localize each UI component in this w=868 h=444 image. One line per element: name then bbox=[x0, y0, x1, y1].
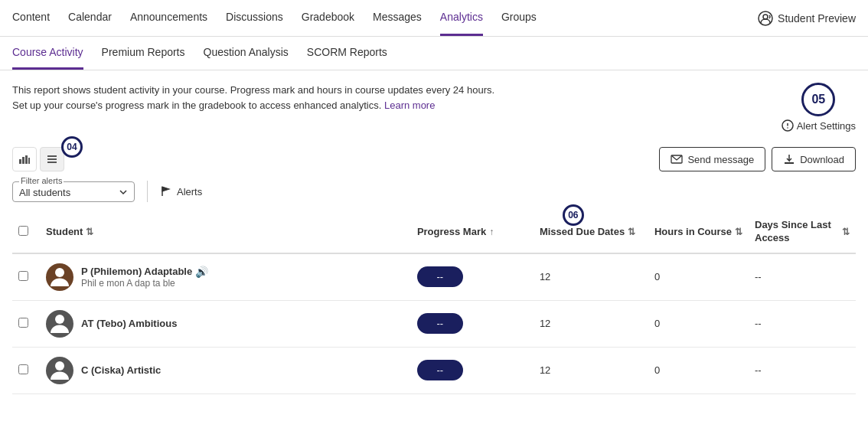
sort-missed[interactable]: Missed Due Dates ⇅ 06 bbox=[540, 226, 642, 237]
avatar-2 bbox=[46, 357, 73, 384]
tab-question-analysis[interactable]: Question Analysis bbox=[204, 37, 289, 70]
svg-rect-10 bbox=[47, 158, 57, 160]
select-all-header bbox=[12, 211, 40, 253]
svg-point-1 bbox=[763, 15, 768, 19]
student-preview-icon bbox=[758, 11, 773, 26]
nav-announcements[interactable]: Announcements bbox=[130, 0, 207, 36]
send-message-label: Send message bbox=[687, 154, 754, 165]
student-cell-2: C (Ciska) Artistic bbox=[40, 347, 411, 393]
tab-premium-reports[interactable]: Premium Reports bbox=[102, 37, 185, 70]
avatar-icon-2 bbox=[46, 357, 73, 384]
filter-value: All students bbox=[19, 187, 70, 198]
missed-cell-0: 12 bbox=[534, 253, 648, 301]
download-label: Download bbox=[800, 154, 844, 165]
student-name-0: P (Philemon) Adaptable 🔊 bbox=[81, 266, 208, 278]
list-view-badge-wrap: 04 bbox=[40, 147, 64, 171]
svg-point-14 bbox=[55, 268, 64, 277]
svg-rect-9 bbox=[47, 155, 57, 157]
toolbar: 04 Send message Download bbox=[0, 141, 868, 175]
sort-progress[interactable]: Progress Mark ↑ bbox=[417, 226, 527, 237]
filter-alerts-group: Filter alerts All students bbox=[12, 181, 135, 202]
download-button[interactable]: Download bbox=[772, 147, 856, 171]
missed-cell-2: 12 bbox=[534, 347, 648, 393]
th-student: Student ⇅ bbox=[40, 211, 411, 253]
alerts-button[interactable]: Alerts bbox=[160, 185, 202, 198]
send-message-button[interactable]: Send message bbox=[659, 147, 765, 171]
row-select-checkbox-1[interactable] bbox=[18, 318, 28, 328]
th-hours: Hours in Course ⇅ bbox=[648, 211, 749, 253]
sort-student[interactable]: Student ⇅ bbox=[46, 226, 405, 237]
avatar-icon-0 bbox=[46, 263, 73, 291]
student-name-2: C (Ciska) Artistic bbox=[81, 364, 161, 376]
svg-point-4 bbox=[787, 127, 788, 129]
progress-cell-2: -- bbox=[411, 347, 534, 393]
student-info-2: C (Ciska) Artistic bbox=[46, 357, 405, 384]
days-cell-1: -- bbox=[749, 300, 856, 347]
student-cell-0: P (Philemon) Adaptable 🔊 Phil e mon A da… bbox=[40, 253, 411, 301]
sub-navigation: Course Activity Premium Reports Question… bbox=[0, 37, 868, 70]
nav-content[interactable]: Content bbox=[12, 0, 50, 36]
table-row: P (Philemon) Adaptable 🔊 Phil e mon A da… bbox=[12, 253, 856, 301]
sort-days[interactable]: Days Since Last Access ⇅ bbox=[755, 219, 850, 245]
sort-icon-days: ⇅ bbox=[842, 227, 850, 237]
student-subname-0: Phil e mon A dap ta ble bbox=[81, 278, 208, 289]
nav-analytics[interactable]: Analytics bbox=[440, 0, 483, 36]
learn-more-link[interactable]: Learn more bbox=[384, 100, 435, 111]
svg-rect-13 bbox=[785, 162, 794, 164]
student-preview-label: Student Preview bbox=[778, 12, 856, 24]
svg-rect-6 bbox=[22, 157, 24, 164]
student-cell-1: AT (Tebo) Ambitious bbox=[40, 300, 411, 347]
filter-row: Filter alerts All students Alerts bbox=[0, 175, 868, 211]
nav-messages[interactable]: Messages bbox=[373, 0, 422, 36]
avatar-0 bbox=[46, 263, 73, 291]
row-checkbox-1 bbox=[12, 300, 40, 347]
tab-course-activity[interactable]: Course Activity bbox=[12, 37, 83, 70]
students-table: Student ⇅ Progress Mark ↑ Missed Due Dat… bbox=[12, 211, 856, 394]
svg-point-15 bbox=[55, 315, 64, 324]
svg-rect-5 bbox=[19, 159, 21, 164]
tab-scorm-reports[interactable]: SCORM Reports bbox=[307, 37, 387, 70]
nav-gradebook[interactable]: Gradebook bbox=[302, 0, 354, 36]
select-all-checkbox[interactable] bbox=[18, 226, 28, 236]
avatar-1 bbox=[46, 310, 73, 338]
student-preview-button[interactable]: Student Preview bbox=[758, 11, 856, 26]
row-select-checkbox-2[interactable] bbox=[18, 364, 28, 374]
svg-point-16 bbox=[55, 361, 64, 371]
alert-settings-icon bbox=[782, 119, 794, 132]
nav-calendar[interactable]: Calendar bbox=[68, 0, 112, 36]
sort-icon-hours: ⇅ bbox=[735, 227, 742, 237]
student-info-0: P (Philemon) Adaptable 🔊 Phil e mon A da… bbox=[46, 263, 405, 291]
chevron-down-icon bbox=[119, 188, 128, 197]
flag-icon bbox=[160, 185, 172, 198]
progress-mark-1: -- bbox=[417, 313, 463, 334]
svg-point-0 bbox=[759, 11, 772, 25]
days-cell-0: -- bbox=[749, 253, 856, 301]
description-text: This report shows student activity in yo… bbox=[12, 83, 494, 113]
description-line1: This report shows student activity in yo… bbox=[12, 83, 494, 98]
progress-mark-0: -- bbox=[417, 266, 463, 287]
svg-rect-7 bbox=[25, 155, 28, 164]
sort-hours[interactable]: Hours in Course ⇅ bbox=[654, 226, 742, 237]
toolbar-left: 04 bbox=[12, 147, 64, 171]
nav-groups[interactable]: Groups bbox=[501, 0, 537, 36]
table-row: C (Ciska) Artistic -- 12 0 -- bbox=[12, 347, 856, 393]
alert-settings-container: 05 Alert Settings bbox=[782, 83, 856, 132]
svg-rect-8 bbox=[28, 158, 30, 164]
filter-select[interactable]: All students bbox=[19, 185, 128, 198]
days-cell-2: -- bbox=[749, 347, 856, 393]
nav-discussions[interactable]: Discussions bbox=[226, 0, 283, 36]
list-icon bbox=[46, 153, 58, 165]
missed-cell-1: 12 bbox=[534, 300, 648, 347]
send-message-icon bbox=[671, 153, 683, 165]
sort-icon-missed: ⇅ bbox=[628, 227, 635, 237]
description-area: This report shows student activity in yo… bbox=[0, 70, 868, 141]
filter-divider bbox=[147, 181, 148, 202]
row-select-checkbox-0[interactable] bbox=[18, 271, 28, 281]
svg-rect-11 bbox=[47, 162, 57, 163]
sort-icon-student: ⇅ bbox=[86, 227, 93, 237]
alert-settings-button[interactable]: Alert Settings bbox=[782, 119, 856, 132]
hours-cell-0: 0 bbox=[648, 253, 749, 301]
progress-cell-1: -- bbox=[411, 300, 534, 347]
sort-icon-progress: ↑ bbox=[489, 227, 494, 237]
bar-chart-view-button[interactable] bbox=[12, 147, 37, 171]
